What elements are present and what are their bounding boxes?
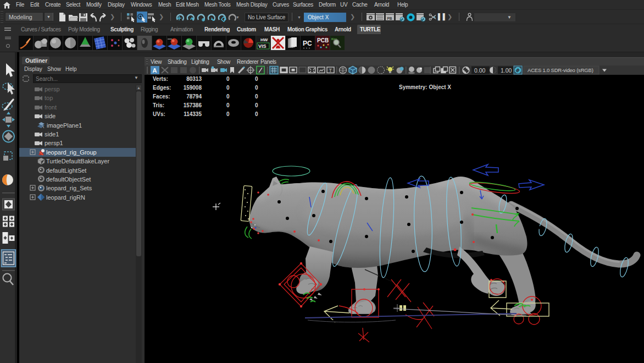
- svg-text:0.00: 0.00: [474, 67, 486, 74]
- svg-text:PC: PC: [303, 40, 312, 47]
- svg-text:VIS: VIS: [258, 43, 267, 49]
- svg-text:1.00: 1.00: [501, 67, 512, 74]
- svg-text:A: A: [153, 67, 157, 74]
- svg-text:PCB: PCB: [317, 37, 329, 43]
- svg-text:PB: PB: [387, 16, 392, 20]
- svg-text:T: T: [329, 68, 332, 73]
- svg-text:HW: HW: [260, 37, 268, 42]
- svg-text:ACES 1.0 SDR-video (sRGB): ACES 1.0 SDR-video (sRGB): [528, 67, 593, 73]
